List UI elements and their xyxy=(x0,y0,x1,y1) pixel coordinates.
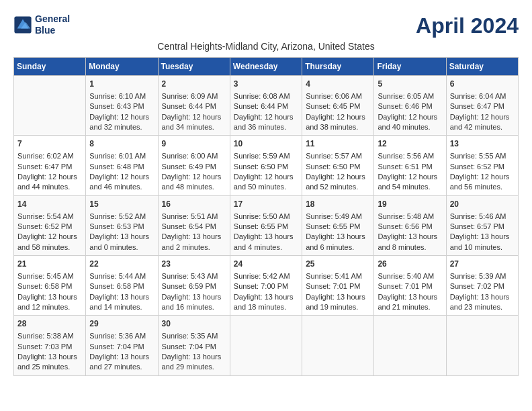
day-info: Sunset: 7:01 PM xyxy=(306,281,370,291)
day-info: Sunrise: 5:43 AM xyxy=(162,271,226,281)
day-info: and 8 minutes. xyxy=(378,242,442,253)
day-info: Sunrise: 5:56 AM xyxy=(378,151,442,161)
col-wednesday: Wednesday xyxy=(230,58,302,76)
day-number: 25 xyxy=(306,259,370,270)
table-row: 25Sunrise: 5:41 AMSunset: 7:01 PMDayligh… xyxy=(302,256,374,316)
table-row xyxy=(302,316,374,375)
table-row: 8Sunrise: 6:01 AMSunset: 6:48 PMDaylight… xyxy=(86,136,158,195)
logo-icon xyxy=(13,15,32,34)
day-info: Daylight: 12 hours xyxy=(234,172,298,182)
day-info: Sunset: 6:46 PM xyxy=(378,101,442,111)
location-subtitle: Central Heights-Midland City, Arizona, U… xyxy=(13,41,519,52)
day-info: Sunrise: 5:46 AM xyxy=(450,212,515,222)
logo-text: General Blue xyxy=(35,13,70,36)
day-info: Sunset: 6:48 PM xyxy=(89,162,154,172)
day-info: Daylight: 12 hours xyxy=(162,112,226,122)
table-row: 21Sunrise: 5:45 AMSunset: 6:58 PMDayligh… xyxy=(14,256,86,316)
day-number: 15 xyxy=(89,199,154,210)
day-info: and 46 minutes. xyxy=(89,182,154,192)
day-number: 22 xyxy=(89,259,154,270)
day-info: Sunrise: 6:09 AM xyxy=(162,91,226,101)
day-number: 9 xyxy=(162,138,226,150)
table-row: 10Sunrise: 5:59 AMSunset: 6:50 PMDayligh… xyxy=(230,136,302,195)
table-row: 7Sunrise: 6:02 AMSunset: 6:47 PMDaylight… xyxy=(14,136,86,195)
day-info: Daylight: 12 hours xyxy=(450,172,515,182)
day-number: 30 xyxy=(162,318,226,330)
day-number: 19 xyxy=(378,199,442,210)
day-info: Sunrise: 5:36 AM xyxy=(89,331,154,341)
day-number: 26 xyxy=(378,259,442,270)
table-row: 2Sunrise: 6:09 AMSunset: 6:44 PMDaylight… xyxy=(158,76,230,136)
day-info: Sunrise: 5:48 AM xyxy=(378,212,442,222)
day-info: Daylight: 13 hours xyxy=(89,352,154,362)
day-info: Daylight: 12 hours xyxy=(306,172,370,182)
day-number: 28 xyxy=(17,318,82,330)
day-info: Sunset: 7:02 PM xyxy=(450,281,515,291)
day-number: 29 xyxy=(89,318,154,330)
table-row: 27Sunrise: 5:39 AMSunset: 7:02 PMDayligh… xyxy=(446,256,518,316)
day-info: Sunrise: 6:06 AM xyxy=(306,91,370,101)
day-number: 8 xyxy=(89,138,154,150)
table-row: 17Sunrise: 5:50 AMSunset: 6:55 PMDayligh… xyxy=(230,195,302,255)
day-info: Daylight: 12 hours xyxy=(89,112,154,122)
day-info: Sunset: 6:58 PM xyxy=(17,281,82,291)
day-info: Sunrise: 5:40 AM xyxy=(378,271,442,281)
table-row: 29Sunrise: 5:36 AMSunset: 7:04 PMDayligh… xyxy=(86,316,158,375)
day-info: Sunset: 7:04 PM xyxy=(162,342,226,352)
day-info: and 56 minutes. xyxy=(450,182,515,192)
day-info: and 42 minutes. xyxy=(450,122,515,132)
day-info: Sunset: 6:50 PM xyxy=(306,162,370,172)
col-friday: Friday xyxy=(374,58,446,76)
day-info: and 34 minutes. xyxy=(162,122,226,132)
day-info: and 32 minutes. xyxy=(89,122,154,132)
day-number: 17 xyxy=(234,199,298,210)
day-info: Daylight: 13 hours xyxy=(162,352,226,362)
day-info: Sunrise: 5:52 AM xyxy=(89,212,154,222)
day-number: 16 xyxy=(162,199,226,210)
day-info: Sunrise: 5:45 AM xyxy=(17,271,82,281)
day-info: and 2 minutes. xyxy=(162,242,226,253)
calendar-week-row: 1Sunrise: 6:10 AMSunset: 6:43 PMDaylight… xyxy=(14,76,519,136)
day-number: 10 xyxy=(234,138,298,150)
day-info: Sunrise: 5:55 AM xyxy=(450,151,515,161)
day-info: Daylight: 12 hours xyxy=(450,112,515,122)
table-row: 11Sunrise: 5:57 AMSunset: 6:50 PMDayligh… xyxy=(302,136,374,195)
day-info: Sunset: 7:03 PM xyxy=(17,342,82,352)
table-row: 24Sunrise: 5:42 AMSunset: 7:00 PMDayligh… xyxy=(230,256,302,316)
day-info: Sunrise: 5:42 AM xyxy=(234,271,298,281)
table-row xyxy=(374,316,446,375)
day-number: 24 xyxy=(234,259,298,270)
day-info: and 14 minutes. xyxy=(89,302,154,312)
table-row xyxy=(446,316,518,375)
day-number: 11 xyxy=(306,138,370,150)
table-row: 26Sunrise: 5:40 AMSunset: 7:01 PMDayligh… xyxy=(374,256,446,316)
table-row: 28Sunrise: 5:38 AMSunset: 7:03 PMDayligh… xyxy=(14,316,86,375)
table-row: 16Sunrise: 5:51 AMSunset: 6:54 PMDayligh… xyxy=(158,195,230,255)
day-info: and 44 minutes. xyxy=(17,182,82,192)
day-info: Daylight: 13 hours xyxy=(234,232,298,242)
day-info: Sunrise: 6:01 AM xyxy=(89,151,154,161)
day-info: Sunset: 6:56 PM xyxy=(378,222,442,232)
day-info: Daylight: 13 hours xyxy=(450,232,515,242)
day-info: Daylight: 13 hours xyxy=(162,292,226,302)
day-info: and 16 minutes. xyxy=(162,302,226,312)
col-sunday: Sunday xyxy=(14,58,86,76)
day-info: Sunrise: 5:35 AM xyxy=(162,331,226,341)
day-number: 21 xyxy=(17,259,82,270)
day-info: Sunset: 6:59 PM xyxy=(162,281,226,291)
day-info: Sunrise: 5:59 AM xyxy=(234,151,298,161)
day-number: 3 xyxy=(234,79,298,90)
table-row: 1Sunrise: 6:10 AMSunset: 6:43 PMDaylight… xyxy=(86,76,158,136)
day-info: Sunset: 6:47 PM xyxy=(450,101,515,111)
col-tuesday: Tuesday xyxy=(158,58,230,76)
table-row: 14Sunrise: 5:54 AMSunset: 6:52 PMDayligh… xyxy=(14,195,86,255)
day-info: and 23 minutes. xyxy=(450,302,515,312)
day-info: and 10 minutes. xyxy=(450,242,515,253)
day-info: Daylight: 12 hours xyxy=(234,112,298,122)
table-row: 20Sunrise: 5:46 AMSunset: 6:57 PMDayligh… xyxy=(446,195,518,255)
day-info: Sunset: 6:58 PM xyxy=(89,281,154,291)
day-info: and 0 minutes. xyxy=(89,242,154,253)
table-row: 12Sunrise: 5:56 AMSunset: 6:51 PMDayligh… xyxy=(374,136,446,195)
day-number: 7 xyxy=(17,138,82,150)
day-info: Sunset: 6:50 PM xyxy=(234,162,298,172)
